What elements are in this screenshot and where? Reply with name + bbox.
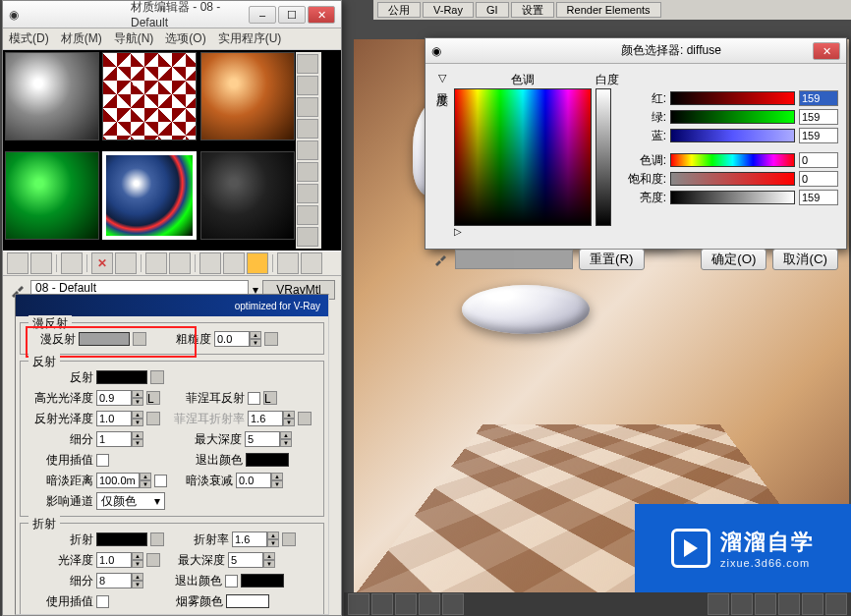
hue-slider[interactable] <box>670 153 795 167</box>
menu-navigate[interactable]: 导航(N) <box>114 30 154 47</box>
vp-tool-7[interactable] <box>731 593 753 615</box>
current-color-swatch[interactable] <box>455 250 573 269</box>
refl-gloss-map-button[interactable] <box>146 412 160 425</box>
sat-input[interactable] <box>799 171 838 187</box>
select-by-mat-icon[interactable] <box>297 227 318 247</box>
sample-slot-2[interactable] <box>102 52 197 140</box>
background-icon[interactable] <box>297 97 318 117</box>
refr-max-depth-spinner[interactable]: ▲▼ <box>228 552 275 568</box>
green-slider[interactable] <box>670 110 795 124</box>
cancel-button[interactable]: 取消(C) <box>772 249 838 270</box>
sample-slot-3[interactable] <box>200 52 295 140</box>
gloss-spinner[interactable]: ▲▼ <box>96 552 143 568</box>
vp-tool-9[interactable] <box>778 593 800 615</box>
tab-settings[interactable]: 设置 <box>511 2 554 18</box>
fresnel-ior-map-button[interactable] <box>298 412 312 425</box>
options-icon[interactable] <box>297 205 318 225</box>
go-forward-icon[interactable] <box>301 252 322 274</box>
reflect-swatch[interactable] <box>96 370 147 384</box>
material-id-icon[interactable] <box>199 252 221 274</box>
refl-gloss-spinner[interactable]: ▲▼ <box>96 411 143 426</box>
val-slider[interactable] <box>670 191 795 204</box>
put-to-scene-icon[interactable] <box>30 252 52 274</box>
ior-map-button[interactable] <box>282 532 296 546</box>
video-check-icon[interactable] <box>297 162 318 182</box>
fresnel-checkbox[interactable] <box>248 392 260 405</box>
material-editor-titlebar[interactable]: ◉ 材质编辑器 - 08 - Default – ☐ ✕ <box>3 1 341 28</box>
sat-slider[interactable] <box>670 172 795 186</box>
green-input[interactable] <box>799 109 838 125</box>
roughness-spinner[interactable]: ▲▼ <box>214 331 261 347</box>
close-button[interactable]: ✕ <box>813 42 840 60</box>
dim-falloff-spinner[interactable]: ▲▼ <box>236 473 283 488</box>
refract-swatch[interactable] <box>96 532 147 546</box>
vp-tool-10[interactable] <box>802 593 823 615</box>
reflect-map-button[interactable] <box>150 370 164 384</box>
diffuse-map-button[interactable] <box>133 332 146 346</box>
tab-common[interactable]: 公用 <box>377 2 421 18</box>
ior-spinner[interactable]: ▲▼ <box>232 532 279 547</box>
val-input[interactable] <box>799 190 838 205</box>
minimize-button[interactable]: – <box>249 6 276 24</box>
fog-color-swatch[interactable] <box>226 594 269 608</box>
vp-tool-4[interactable] <box>419 593 440 615</box>
fresnel-ior-spinner[interactable]: ▲▼ <box>248 411 295 426</box>
colorbar-icon[interactable] <box>297 140 318 160</box>
affect-channels-dropdown[interactable]: 仅颜色▾ <box>96 492 165 510</box>
backlight-icon[interactable] <box>297 76 318 95</box>
make-copy-icon[interactable] <box>115 252 137 274</box>
maximize-button[interactable]: ☐ <box>278 6 306 24</box>
sample-slot-1[interactable] <box>5 52 99 140</box>
close-button[interactable]: ✕ <box>308 6 335 24</box>
hilight-gloss-spinner[interactable]: ▲▼ <box>96 390 143 406</box>
color-picker-titlebar[interactable]: ◉ 颜色选择器: diffuse ✕ <box>426 38 846 64</box>
ok-button[interactable]: 确定(O) <box>701 249 766 270</box>
make-preview-icon[interactable] <box>297 184 318 203</box>
show-map-icon[interactable] <box>223 252 245 274</box>
exit-color-swatch[interactable] <box>246 453 289 467</box>
show-end-result-icon[interactable] <box>247 252 268 274</box>
vp-tool-6[interactable] <box>708 593 729 615</box>
refr-exit-swatch[interactable] <box>241 574 284 588</box>
tab-render-elements[interactable]: Render Elements <box>556 2 661 18</box>
refr-use-interp-checkbox[interactable] <box>96 595 109 608</box>
get-material-icon[interactable] <box>7 252 28 274</box>
max-depth-spinner[interactable]: ▲▼ <box>245 431 292 447</box>
put-to-library-icon[interactable] <box>169 252 191 274</box>
tab-gi[interactable]: GI <box>476 2 509 18</box>
roughness-input[interactable] <box>214 331 250 347</box>
blue-input[interactable] <box>799 128 838 143</box>
vp-tool-8[interactable] <box>755 593 776 615</box>
refract-map-button[interactable] <box>150 532 164 546</box>
color-gradient[interactable] <box>454 88 592 226</box>
dim-dist-spinner[interactable]: ▲▼ <box>96 473 151 488</box>
tab-vray[interactable]: V-Ray <box>423 2 474 18</box>
go-parent-icon[interactable] <box>277 252 299 274</box>
menu-material[interactable]: 材质(M) <box>61 30 102 47</box>
menu-utilities[interactable]: 实用程序(U) <box>218 30 282 47</box>
menu-options[interactable]: 选项(O) <box>165 30 205 47</box>
reset-button[interactable]: 重置(R) <box>579 249 645 270</box>
use-interp-checkbox[interactable] <box>96 454 109 467</box>
gloss-map-button[interactable] <box>146 553 160 567</box>
assign-to-selection-icon[interactable] <box>61 252 83 274</box>
sample-slot-5-selected[interactable] <box>102 151 197 240</box>
vp-tool-3[interactable] <box>395 593 417 615</box>
blue-slider[interactable] <box>670 129 795 142</box>
diffuse-swatch[interactable] <box>79 332 130 346</box>
vp-tool-11[interactable] <box>825 593 847 615</box>
make-unique-icon[interactable] <box>145 252 167 274</box>
hilight-lock-button[interactable]: L <box>146 391 160 405</box>
red-slider[interactable] <box>670 91 795 105</box>
whiteness-bar[interactable] <box>596 88 611 226</box>
hue-input[interactable] <box>799 152 838 168</box>
refr-subdiv-spinner[interactable]: ▲▼ <box>96 573 143 588</box>
subdiv-spinner[interactable]: ▲▼ <box>96 431 143 447</box>
refr-exit-checkbox[interactable] <box>225 575 238 588</box>
dim-dist-checkbox[interactable] <box>154 475 167 487</box>
menu-mode[interactable]: 模式(D) <box>9 30 49 47</box>
sample-slot-4[interactable] <box>5 151 99 240</box>
vp-tool-1[interactable] <box>348 593 369 615</box>
reset-map-icon[interactable]: ✕ <box>91 252 113 274</box>
roughness-map-button[interactable] <box>264 332 278 346</box>
